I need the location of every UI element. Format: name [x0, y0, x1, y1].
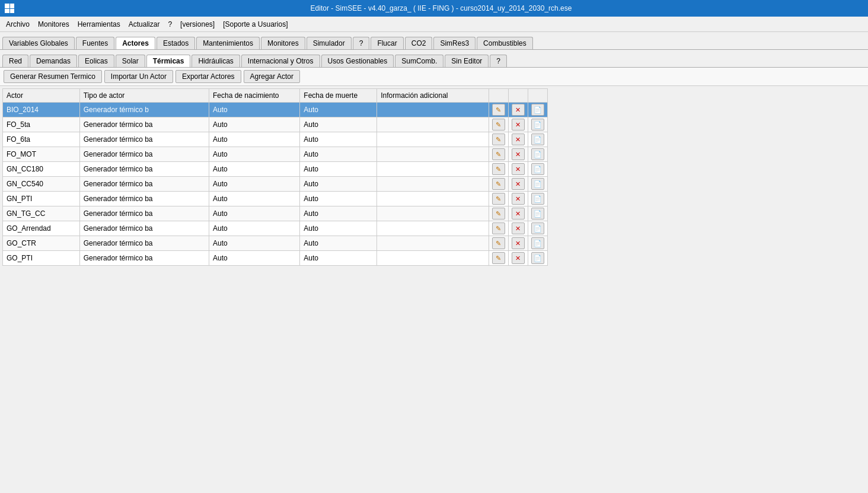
table-row[interactable]: FO_6taGenerador térmico baAutoAuto✎✕📄 [3, 132, 548, 147]
cell-delete[interactable]: ✕ [508, 251, 528, 266]
table-row[interactable]: GO_PTIGenerador térmico baAutoAuto✎✕📄 [3, 251, 548, 266]
cell-delete[interactable]: ✕ [508, 236, 528, 251]
cell-copy[interactable]: 📄 [528, 147, 547, 162]
cell-delete[interactable]: ✕ [508, 117, 528, 132]
tab-eolicas[interactable]: Eolicas [78, 55, 114, 67]
tab-sumcomb[interactable]: SumComb. [395, 55, 443, 67]
cell-delete[interactable]: ✕ [508, 206, 528, 221]
delete-icon[interactable]: ✕ [512, 222, 525, 234]
table-row[interactable]: GN_CC540Generador térmico baAutoAuto✎✕📄 [3, 177, 548, 192]
delete-icon[interactable]: ✕ [512, 163, 525, 175]
tab-simres3[interactable]: SimRes3 [433, 37, 476, 49]
tab-question-2[interactable]: ? [490, 55, 507, 67]
menu-actualizar[interactable]: Actualizar [125, 19, 164, 30]
tab-simulador[interactable]: Simulador [307, 37, 352, 49]
tab-flucar[interactable]: Flucar [371, 37, 403, 49]
table-row[interactable]: GN_TG_CCGenerador térmico baAutoAuto✎✕📄 [3, 206, 548, 221]
cell-delete[interactable]: ✕ [508, 162, 528, 177]
table-row[interactable]: FO_MOTGenerador térmico baAutoAuto✎✕📄 [3, 147, 548, 162]
cell-copy[interactable]: 📄 [528, 103, 547, 117]
cell-edit[interactable]: ✎ [489, 236, 508, 251]
tab-actores[interactable]: Actores [116, 37, 155, 49]
delete-icon[interactable]: ✕ [512, 252, 525, 264]
edit-icon[interactable]: ✎ [492, 222, 505, 234]
cell-edit[interactable]: ✎ [489, 103, 508, 117]
delete-icon[interactable]: ✕ [512, 148, 525, 160]
edit-icon[interactable]: ✎ [492, 252, 505, 264]
cell-edit[interactable]: ✎ [489, 251, 508, 266]
tab-variables-globales[interactable]: Variables Globales [2, 37, 75, 49]
delete-icon[interactable]: ✕ [512, 104, 525, 116]
delete-icon[interactable]: ✕ [512, 178, 525, 190]
copy-icon[interactable]: 📄 [531, 178, 544, 190]
tab-monitores[interactable]: Monitores [261, 37, 305, 49]
tab-red[interactable]: Red [2, 55, 28, 67]
delete-icon[interactable]: ✕ [512, 237, 525, 249]
cell-edit[interactable]: ✎ [489, 177, 508, 192]
cell-copy[interactable]: 📄 [528, 236, 547, 251]
menu-herramientas[interactable]: Herramientas [74, 19, 124, 30]
delete-icon[interactable]: ✕ [512, 133, 525, 145]
copy-icon[interactable]: 📄 [531, 208, 544, 220]
cell-copy[interactable]: 📄 [528, 162, 547, 177]
tab-hidraulicas[interactable]: Hidráulicas [192, 55, 240, 67]
tab-solar[interactable]: Solar [116, 55, 145, 67]
cell-edit[interactable]: ✎ [489, 206, 508, 221]
menu-versiones[interactable]: [versiones] [177, 19, 218, 30]
cell-edit[interactable]: ✎ [489, 221, 508, 236]
cell-edit[interactable]: ✎ [489, 192, 508, 206]
delete-icon[interactable]: ✕ [512, 193, 525, 205]
copy-icon[interactable]: 📄 [531, 237, 544, 249]
menu-question[interactable]: ? [164, 19, 175, 30]
agregar-actor-button[interactable]: Agregar Actor [244, 70, 300, 83]
tab-sin-editor[interactable]: Sin Editor [445, 55, 489, 67]
cell-copy[interactable]: 📄 [528, 206, 547, 221]
menu-monitores[interactable]: Monitores [34, 19, 73, 30]
table-row[interactable]: GN_PTIGenerador térmico baAutoAuto✎✕📄 [3, 192, 548, 206]
cell-edit[interactable]: ✎ [489, 117, 508, 132]
edit-icon[interactable]: ✎ [492, 148, 505, 160]
generar-resumen-termico-button[interactable]: Generar Resumen Termico [4, 70, 102, 83]
cell-copy[interactable]: 📄 [528, 117, 547, 132]
cell-copy[interactable]: 📄 [528, 177, 547, 192]
cell-delete[interactable]: ✕ [508, 221, 528, 236]
edit-icon[interactable]: ✎ [492, 208, 505, 220]
copy-icon[interactable]: 📄 [531, 163, 544, 175]
delete-icon[interactable]: ✕ [512, 119, 525, 131]
tab-co2[interactable]: CO2 [405, 37, 433, 49]
cell-delete[interactable]: ✕ [508, 192, 528, 206]
table-row[interactable]: GN_CC180Generador térmico baAutoAuto✎✕📄 [3, 162, 548, 177]
edit-icon[interactable]: ✎ [492, 237, 505, 249]
cell-delete[interactable]: ✕ [508, 132, 528, 147]
cell-copy[interactable]: 📄 [528, 132, 547, 147]
cell-edit[interactable]: ✎ [489, 147, 508, 162]
copy-icon[interactable]: 📄 [531, 148, 544, 160]
cell-delete[interactable]: ✕ [508, 177, 528, 192]
edit-icon[interactable]: ✎ [492, 133, 505, 145]
table-row[interactable]: GO_ArrendadGenerador térmico baAutoAuto✎… [3, 221, 548, 236]
tab-internacional[interactable]: Internacional y Otros [241, 55, 320, 67]
tab-usos-gestionables[interactable]: Usos Gestionables [321, 55, 394, 67]
copy-icon[interactable]: 📄 [531, 119, 544, 131]
tab-mantenimientos[interactable]: Mantenimientos [196, 37, 260, 49]
cell-copy[interactable]: 📄 [528, 251, 547, 266]
exportar-actores-button[interactable]: Exportar Actores [175, 70, 241, 83]
cell-copy[interactable]: 📄 [528, 192, 547, 206]
copy-icon[interactable]: 📄 [531, 193, 544, 205]
tab-question-1[interactable]: ? [353, 37, 370, 49]
menu-soporte[interactable]: [Soporte a Usuarios] [219, 19, 291, 30]
tab-demandas[interactable]: Demandas [30, 55, 77, 67]
edit-icon[interactable]: ✎ [492, 104, 505, 116]
copy-icon[interactable]: 📄 [531, 104, 544, 116]
tab-termicas[interactable]: Térmicas [146, 55, 191, 67]
copy-icon[interactable]: 📄 [531, 252, 544, 264]
table-row[interactable]: BIO_2014Generador térmico bAutoAuto✎✕📄 [3, 103, 548, 117]
tab-fuentes[interactable]: Fuentes [76, 37, 114, 49]
edit-icon[interactable]: ✎ [492, 178, 505, 190]
edit-icon[interactable]: ✎ [492, 163, 505, 175]
cell-edit[interactable]: ✎ [489, 132, 508, 147]
table-row[interactable]: FO_5taGenerador térmico baAutoAuto✎✕📄 [3, 117, 548, 132]
table-row[interactable]: GO_CTRGenerador térmico baAutoAuto✎✕📄 [3, 236, 548, 251]
cell-copy[interactable]: 📄 [528, 221, 547, 236]
menu-archivo[interactable]: Archivo [2, 19, 33, 30]
